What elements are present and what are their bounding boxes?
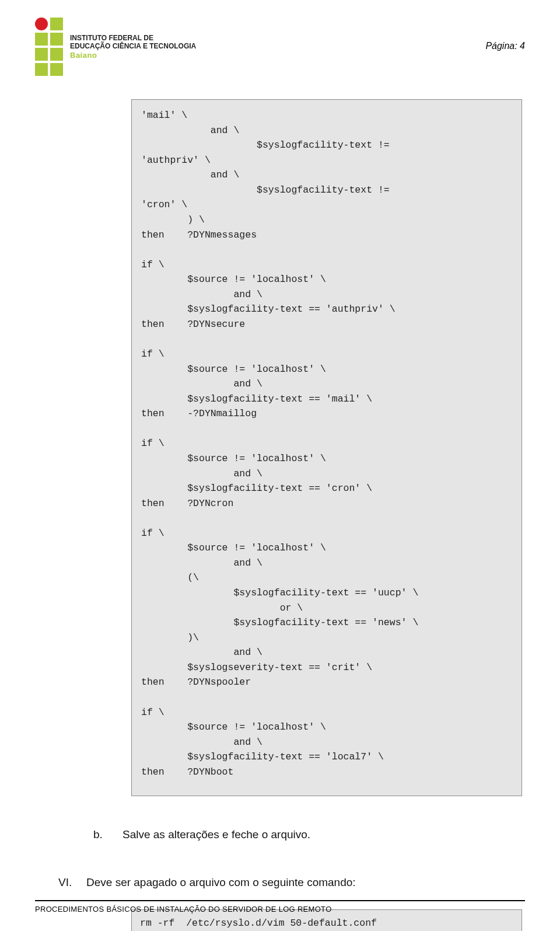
code-block-main: 'mail' \ and \ $syslogfacility-text != '… (131, 99, 522, 796)
page-footer: PROCEDIMENTOS BÁSICOS DE INSTALAÇÃO DO S… (35, 900, 525, 913)
section-text: Deve ser apagado o arquivo com o seguint… (86, 876, 356, 888)
step-marker: b. (93, 828, 123, 841)
logo-square-icon (35, 33, 48, 46)
logo-grid-icon (35, 18, 63, 76)
step-text: Salve as alterações e feche o arquivo. (123, 828, 310, 841)
logo-square-icon (35, 48, 48, 61)
page-number: Página: 4 (485, 41, 525, 51)
logo-square-icon (50, 33, 63, 46)
logo-square-icon (50, 18, 63, 30)
logo-line1: INSTITUTO FEDERAL DE (70, 34, 196, 42)
logo-square-icon (50, 63, 63, 76)
page-header: INSTITUTO FEDERAL DE EDUCAÇÃO CIÊNCIA E … (35, 18, 525, 76)
step-b: b.Salve as alterações e feche o arquivo. (93, 828, 525, 841)
logo-line2: EDUCAÇÃO CIÊNCIA E TECNOLOGIA (70, 42, 196, 50)
logo-square-icon (50, 48, 63, 61)
logo-block: INSTITUTO FEDERAL DE EDUCAÇÃO CIÊNCIA E … (35, 18, 196, 76)
logo-square-icon (35, 63, 48, 76)
logo-text: INSTITUTO FEDERAL DE EDUCAÇÃO CIÊNCIA E … (70, 34, 196, 60)
section-vi: VI.Deve ser apagado o arquivo com o segu… (58, 876, 525, 889)
logo-dot-icon (35, 18, 48, 30)
section-marker: VI. (58, 876, 86, 889)
logo-line3: Baiano (70, 51, 196, 60)
